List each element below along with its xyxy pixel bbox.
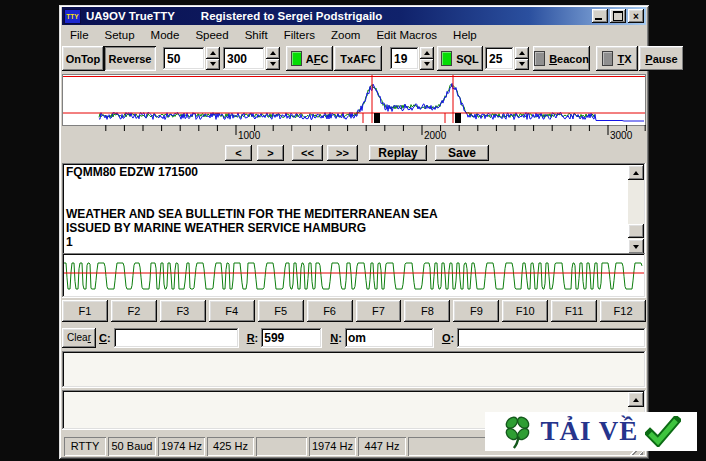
minimize-button[interactable] [592,9,608,23]
reverse-button[interactable]: Reverse [104,46,156,71]
scroll-right-fast-button[interactable]: >> [327,145,358,161]
other-label: O: [442,332,454,344]
status-mode: RTTY [64,437,106,456]
sql-button[interactable]: SQL [437,46,483,71]
rx-text-line [66,193,642,207]
spin-up-icon[interactable] [515,47,529,59]
rx-text-line: 1 [66,235,642,249]
mark-marker [374,113,380,123]
fkey-button[interactable]: F2 [111,300,157,322]
ontop-button[interactable]: OnTop [62,46,104,71]
menu-item[interactable]: Setup [97,28,143,42]
rx-scrollbar[interactable] [628,165,644,254]
name-field[interactable]: om [345,328,434,348]
tx-edit-area[interactable] [62,351,646,388]
frequency-scale[interactable]: 100020003000 [62,124,646,142]
pause-button[interactable]: Pause [639,46,684,71]
spin-up-icon[interactable] [206,47,220,59]
title-bar[interactable]: TTY UA9OV TrueTTY Registered to Sergei P… [62,7,646,25]
close-button[interactable]: × [628,9,644,23]
afc-button[interactable]: AFC [286,46,333,71]
spin-down-icon[interactable] [266,59,280,71]
clear-button[interactable]: Clear [62,328,96,348]
minimize-icon [595,18,602,20]
rx-text-line: WEATHER AND SEA BULLETIN FOR THE MEDITER… [66,207,642,221]
menu-item[interactable]: Mode [143,28,188,42]
scroll-up-button[interactable] [628,392,644,407]
menu-item[interactable]: Speed [187,28,236,42]
maximize-button[interactable] [610,9,626,23]
fkey-button[interactable]: F6 [307,300,353,322]
menu-item[interactable]: Zoom [323,28,368,42]
scroll-down-button[interactable] [628,239,644,254]
afc-range-value[interactable]: 19 [390,47,419,70]
spin-down-icon[interactable] [515,59,529,71]
scrollbar-thumb[interactable] [628,224,644,238]
rx-text-line [66,179,642,193]
fkey-button[interactable]: F10 [502,300,548,322]
status-rx-shift: 447 Hz [358,437,406,456]
beacon-button[interactable]: Beacon [533,46,590,71]
scroll-right-button[interactable]: > [257,145,284,161]
space-marker [455,113,461,123]
status-shift: 425 Hz [207,437,254,456]
fkey-button[interactable]: F5 [258,300,304,322]
fkey-button[interactable]: F12 [600,300,646,322]
fkey-button[interactable]: F8 [404,300,450,322]
menu-bar: FileSetupModeSpeedShiftFiltersZoomEdit M… [62,26,646,44]
fkey-button[interactable]: F7 [356,300,402,322]
scroll-up-button[interactable] [628,165,644,180]
window-title: UA9OV TrueTTY [86,10,175,22]
fkey-button[interactable]: F3 [160,300,206,322]
caption-buttons: × [592,9,644,23]
qso-data-row: Clear C: R: 599 N: om O: [62,326,646,349]
call-label: C: [99,332,111,344]
sql-level-spinner: 25 [485,47,529,70]
spin-down-icon[interactable] [420,59,434,71]
beacon-led [534,51,545,66]
rst-field[interactable]: 599 [261,328,322,348]
menu-item[interactable]: File [62,28,97,42]
baud-value[interactable]: 50 [163,47,205,70]
fkey-button[interactable]: F9 [453,300,499,322]
call-field[interactable] [114,328,239,348]
svg-text:3000: 3000 [610,130,633,141]
menu-item[interactable]: Help [445,28,485,42]
save-button[interactable]: Save [435,145,489,161]
fkey-button[interactable]: F1 [62,300,108,322]
watermark-text: TẢI VỀ [541,416,639,447]
replay-button[interactable]: Replay [369,145,427,161]
fkey-button[interactable]: F11 [551,300,597,322]
menu-item[interactable]: Edit Macros [368,28,445,42]
sql-level-value[interactable]: 25 [485,47,514,70]
tx-button[interactable]: TX [596,46,638,71]
spin-up-icon[interactable] [266,47,280,59]
status-rx-freq: 1974 Hz [309,437,356,456]
shift-value[interactable]: 300 [223,47,265,70]
registration-text: Registered to Sergei Podstrigailo [201,10,382,22]
other-field[interactable] [457,328,646,348]
menu-item[interactable]: Shift [237,28,276,42]
tx-led [602,51,613,66]
spectrum-display[interactable] [62,74,646,126]
menu-item[interactable]: Filters [276,28,323,42]
txafc-button[interactable]: TxAFC [334,46,382,71]
svg-text:1000: 1000 [238,130,261,141]
download-watermark[interactable]: TẢI VỀ [485,412,697,451]
spin-down-icon[interactable] [206,59,220,71]
fkey-button[interactable]: F4 [209,300,255,322]
rst-label: R: [247,332,259,344]
waveform-display [62,253,646,298]
checkmark-icon [645,416,681,447]
rx-text-line: ISSUED BY MARINE WEATHER SERVICE HAMBURG [66,221,642,235]
scroll-down-icon [633,245,639,249]
scroll-up-icon [633,171,639,175]
truetty-window: TTY UA9OV TrueTTY Registered to Sergei P… [59,5,649,459]
spectrum-nav-row: < > << >> Replay Save [62,144,646,161]
waveform-trace [64,263,642,289]
spin-up-icon[interactable] [420,47,434,59]
shift-spinner: 300 [223,47,280,70]
scroll-left-button[interactable]: < [225,145,252,161]
rx-text-area[interactable]: FQMM80 EDZW 171500WEATHER AND SEA BULLET… [62,163,646,256]
scroll-left-fast-button[interactable]: << [292,145,323,161]
